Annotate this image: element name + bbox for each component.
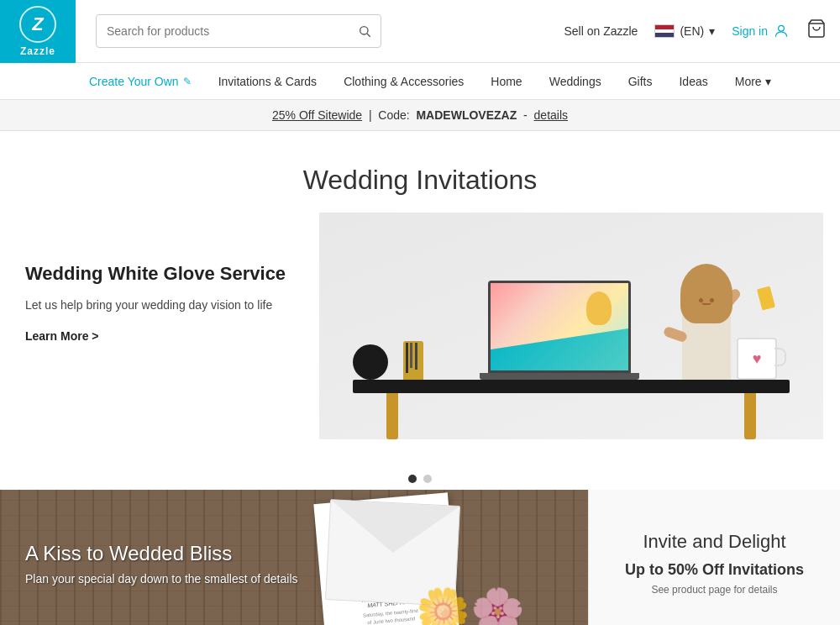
nav-item-home[interactable]: Home <box>477 63 535 100</box>
desk-leg-left <box>386 393 398 439</box>
nav-item-invitations[interactable]: Invitations & Cards <box>205 63 331 100</box>
laptop <box>488 281 639 380</box>
mug: ♥ <box>737 338 777 380</box>
laptop-base <box>480 373 639 380</box>
carousel-dot-2[interactable] <box>423 475 432 483</box>
search-wrapper <box>96 14 381 48</box>
tape-dispenser <box>353 344 388 380</box>
language-selector[interactable]: (EN) ▾ <box>654 24 715 38</box>
nav-item-weddings[interactable]: Weddings <box>536 63 615 100</box>
invitations-label: Invitations & Cards <box>218 75 318 88</box>
flag-icon <box>654 24 675 38</box>
card-date-line: Saturday, the twenty-firstof June two th… <box>363 607 419 625</box>
clothing-label: Clothing & Accessories <box>344 75 464 88</box>
search-input[interactable] <box>96 14 381 48</box>
search-button[interactable] <box>348 14 381 48</box>
banner-left-text: A Kiss to Wedded Bliss Plan your special… <box>25 542 298 586</box>
woman-figure <box>682 270 731 380</box>
create-your-own-label: Create Your Own <box>89 75 179 88</box>
cart-icon[interactable] <box>806 18 827 44</box>
site-logo[interactable]: Z Zazzle <box>0 0 76 63</box>
header-right: Sell on Zazzle (EN) ▾ Sign in <box>564 18 827 44</box>
carousel-dot-1[interactable] <box>408 475 417 483</box>
laptop-screen <box>488 281 631 373</box>
shopping-cart-icon <box>806 18 827 39</box>
banner-left-subtitle: Plan your special day down to the smalle… <box>25 572 298 586</box>
svg-point-0 <box>360 27 368 34</box>
promo-separator: | <box>369 108 372 122</box>
sign-in-label: Sign in <box>732 24 768 38</box>
hero-left-panel: Wedding White Glove Service Let us help … <box>17 213 319 343</box>
desk-surface <box>353 380 790 393</box>
weddings-label: Weddings <box>549 75 601 88</box>
sell-on-zazzle-link[interactable]: Sell on Zazzle <box>564 24 638 38</box>
chevron-down-icon: ▾ <box>709 24 715 38</box>
svg-point-2 <box>779 25 785 31</box>
language-label: (EN) <box>680 24 704 38</box>
promo-details-link[interactable]: details <box>534 108 568 122</box>
nav-item-gifts[interactable]: Gifts <box>615 63 666 100</box>
sign-in-link[interactable]: Sign in <box>732 23 790 39</box>
woman-left-arm <box>663 326 688 344</box>
nav-item-create[interactable]: Create Your Own ✎ <box>89 63 205 100</box>
service-description: Let us help bring your wedding day visio… <box>25 297 302 314</box>
laptop-screen-content <box>491 283 628 370</box>
nav-item-clothing[interactable]: Clothing & Accessories <box>330 63 477 100</box>
hero-section: Wedding White Glove Service Let us help … <box>0 213 840 465</box>
svg-line-1 <box>367 34 370 37</box>
home-label: Home <box>491 75 522 88</box>
banner-left-title: A Kiss to Wedded Bliss <box>25 542 298 565</box>
banner-left[interactable]: A Kiss to Wedded Bliss Plan your special… <box>0 490 588 625</box>
logo-letter: Z <box>32 13 43 35</box>
service-title: Wedding White Glove Service <box>25 263 302 285</box>
promo-code-prefix: Code: <box>378 108 409 122</box>
promo-bar: 25% Off Sitewide | Code: MADEWLOVEZAZ - … <box>0 100 840 131</box>
woman-head <box>689 270 724 311</box>
pencil-cup <box>403 341 423 380</box>
promo-discount-text[interactable]: 25% Off Sitewide <box>272 108 362 122</box>
more-chevron-icon: ▾ <box>765 75 771 88</box>
nav-item-ideas[interactable]: Ideas <box>665 63 721 100</box>
site-header: Z Zazzle Sell on Zazzle (EN) ▾ Sign in <box>0 0 840 63</box>
main-nav: Create Your Own ✎ Invitations & Cards Cl… <box>0 63 840 100</box>
hero-image-inner: ♥ <box>319 213 823 439</box>
carousel-dots <box>0 465 840 490</box>
user-icon <box>773 23 790 39</box>
bottom-banners: A Kiss to Wedded Bliss Plan your special… <box>0 490 840 625</box>
flowers-decoration: 🌼🌸 <box>416 586 525 625</box>
promo-code: MADEWLOVEZAZ <box>416 108 517 122</box>
banner-right: Invite and Delight Up to 50% Off Invitat… <box>588 490 840 625</box>
logo-text: Zazzle <box>20 45 55 57</box>
desk-leg-right <box>744 393 756 439</box>
phone <box>757 286 775 310</box>
banner-right-note: See product page for details <box>651 584 777 596</box>
woman-hair <box>680 264 732 323</box>
gifts-label: Gifts <box>628 75 653 88</box>
logo-circle: Z <box>19 6 56 43</box>
banner-right-title: Invite and Delight <box>643 531 786 553</box>
learn-more-link[interactable]: Learn More > <box>25 329 99 343</box>
promo-dash: - <box>523 108 528 122</box>
ideas-label: Ideas <box>679 75 707 88</box>
page-title: Wedding Invitations <box>0 131 840 213</box>
hero-image: ♥ <box>319 213 823 439</box>
pencil-icon: ✎ <box>183 76 192 87</box>
nav-item-more[interactable]: More ▾ <box>722 63 785 100</box>
more-label: More <box>735 75 762 88</box>
search-icon <box>358 24 371 38</box>
mug-handle <box>774 348 786 366</box>
banner-right-discount: Up to 50% Off Invitations <box>625 561 804 579</box>
mug-logo-text: ♥ <box>753 350 762 368</box>
